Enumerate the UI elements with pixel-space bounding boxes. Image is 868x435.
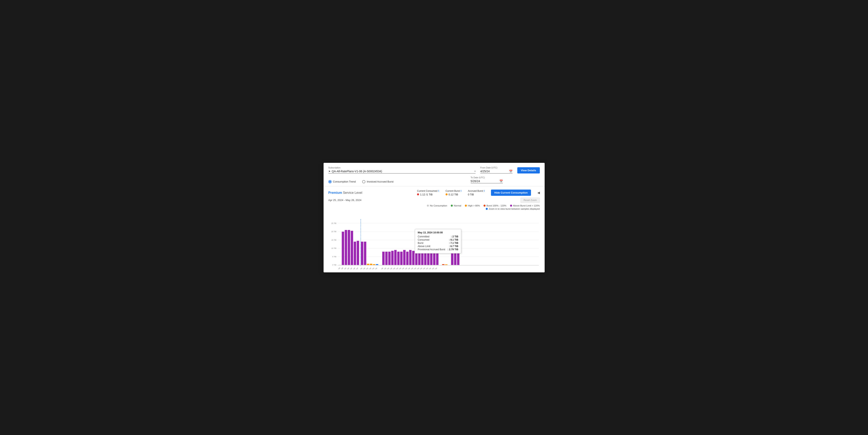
radio-invoiced-accrued-burst[interactable]: Invoiced Accrued Burst [362,180,394,183]
svg-text:0 TiB: 0 TiB [332,264,336,266]
legend-high-label: High > 80% [468,205,480,207]
legend-dot-blue [486,208,488,210]
svg-rect-36 [412,251,414,265]
legend-burst: Burst 100% - 120% [484,205,506,207]
stat-current-consumed-label: Current Consumed ℹ [417,190,439,192]
legend-zoom-text: Zoom in to view burst between samples di… [489,208,540,210]
svg-text:25 TiB: 25 TiB [331,222,336,224]
date-range-row: Apr 25, 2024 - May 26, 2024 Reset Zoom [329,197,540,203]
svg-rect-42 [430,251,433,265]
radio-invoiced-accrued-burst-label: Invoiced Accrued Burst [367,180,394,183]
svg-rect-38 [418,251,421,265]
subscription-input-wrapper: ➤ ▾ [329,170,475,174]
svg-rect-20 [361,242,363,265]
legend-dot-orange [465,205,467,207]
current-consumed-info-icon[interactable]: ℹ [438,190,439,192]
stat-current-burst-label: Current Burst ℹ [445,190,461,192]
current-burst-dot [445,193,447,195]
current-burst-info-icon[interactable]: ℹ [461,190,461,192]
to-date-label: To Date (UTC) [471,176,503,179]
legend-burst-label: Burst 100% - 120% [487,205,506,207]
reset-zoom-button[interactable]: Reset Zoom [521,197,539,203]
svg-rect-30 [394,250,397,265]
stats-row: Current Consumed ℹ 1.12 /1 TiB Current B… [417,190,539,196]
svg-rect-48 [454,251,457,265]
legend-above-burst: Above Burst Limit > 120% [510,205,540,207]
svg-rect-26 [382,251,384,265]
radio-consumption-trend-circle [329,180,332,183]
stat-current-burst-value: 0.12 TiB [445,193,458,196]
svg-rect-43 [433,251,435,265]
svg-text:10 TiB: 10 TiB [331,247,336,249]
radio-consumption-trend[interactable]: Consumption Trend [329,180,356,183]
svg-rect-23 [370,264,372,265]
from-date-value: 4/25/24 [480,170,508,173]
svg-rect-46 [445,265,447,265]
svg-rect-15 [348,230,350,265]
to-date-calendar-icon[interactable]: 📅 [499,180,503,183]
to-date-value: 5/26/24 [471,180,498,183]
subscription-arrow-icon: ➤ [329,170,331,173]
top-section: Subscription ➤ ▾ From Date (UTC) 4/25/24… [323,163,545,186]
legend-normal: Normal [451,205,461,207]
legend-high: High > 80% [465,205,480,207]
legend-no-consumption-label: No Consumption [430,205,447,207]
legend-row: No Consumption Normal High > 80% Burst 1… [427,205,539,207]
subscription-group: Subscription ➤ ▾ [329,166,475,174]
legend-container: No Consumption Normal High > 80% Burst 1… [329,205,540,212]
svg-rect-37 [415,251,417,265]
svg-rect-27 [385,251,388,265]
radio-row: Consumption Trend Invoiced Accrued Burst [329,180,466,186]
svg-rect-49 [457,251,459,265]
svg-rect-14 [345,230,347,265]
stat-accrued-burst-value: 0 TiB [468,193,474,196]
svg-text:5 TiB: 5 TiB [332,255,336,257]
service-level-title: Premium Service Level [329,191,362,194]
chart-area[interactable]: 0 TiB 5 TiB 10 TiB 15 TiB 20 TiB 25 TiB [329,213,540,269]
dropdown-chevron-icon[interactable]: ▾ [474,170,475,172]
view-details-button[interactable]: View Details [517,167,540,174]
svg-rect-41 [427,251,430,265]
legend-dot-darkorange [484,205,486,207]
svg-rect-40 [424,251,427,265]
svg-rect-29 [391,251,394,265]
svg-rect-21 [364,242,366,265]
stat-current-burst: Current Burst ℹ 0.12 TiB [445,190,461,196]
svg-rect-34 [406,251,409,265]
chart-header: Premium Service Level Current Consumed ℹ… [329,190,540,196]
svg-rect-28 [388,251,391,265]
legend-dot-gray [427,205,429,207]
hide-current-consumption-button[interactable]: Hide Current Consumption [491,190,531,196]
current-consumed-dot [417,193,419,195]
form-row-1: Subscription ➤ ▾ From Date (UTC) 4/25/24… [329,166,540,174]
subscription-input[interactable] [332,170,473,173]
from-date-group: From Date (UTC) 4/25/24 📅 [480,166,513,174]
svg-rect-22 [367,264,369,265]
from-date-input-wrapper: 4/25/24 📅 [480,170,513,174]
stat-accrued-burst-label: Accrued Burst ℹ [468,190,485,192]
from-date-calendar-icon[interactable]: 📅 [509,170,513,173]
svg-rect-47 [451,251,454,265]
legend-normal-label: Normal [454,205,461,207]
svg-rect-35 [409,250,411,265]
stat-current-consumed: Current Consumed ℹ 1.12 /1 TiB [417,190,439,196]
main-card: Subscription ➤ ▾ From Date (UTC) 4/25/24… [323,163,545,272]
svg-rect-31 [397,251,400,265]
to-date-input-wrapper: 5/26/24 📅 [471,180,503,183]
svg-text:25 Apr 00:00: 25 Apr 00:00 [333,267,340,269]
radio-invoiced-accrued-burst-circle [362,180,365,183]
from-date-label: From Date (UTC) [480,166,513,169]
svg-rect-24 [373,264,375,265]
svg-rect-32 [400,251,403,265]
svg-rect-33 [403,250,406,265]
svg-text:15 TiB: 15 TiB [331,239,336,241]
svg-rect-16 [351,231,353,265]
svg-rect-13 [342,231,344,265]
svg-text:20 TiB: 20 TiB [331,230,336,232]
legend-zoom-hint: Zoom in to view burst between samples di… [486,208,540,210]
svg-rect-44 [436,251,438,265]
legend-above-burst-label: Above Burst Limit > 120% [513,205,540,207]
premium-label: Premium [329,191,342,194]
accrued-burst-info-icon[interactable]: ℹ [484,190,485,192]
form-row-2: Consumption Trend Invoiced Accrued Burst… [329,176,540,186]
